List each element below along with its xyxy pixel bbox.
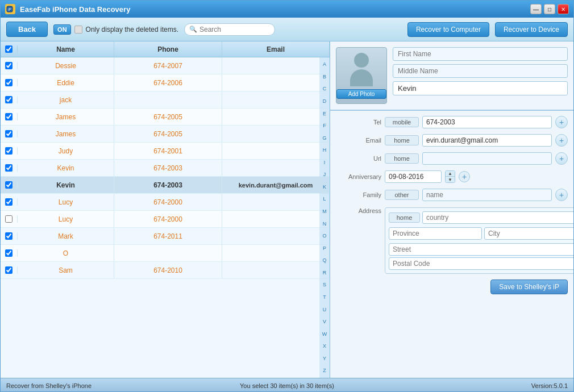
add-photo-button[interactable]: Add Photo xyxy=(336,89,386,99)
row-name: Kevin xyxy=(18,177,114,193)
alpha-letter-l[interactable]: L xyxy=(323,196,326,202)
table-row[interactable]: jack xyxy=(1,91,330,109)
alpha-letter-z[interactable]: Z xyxy=(323,368,326,373)
row-checkbox[interactable] xyxy=(5,266,13,274)
alpha-letter-g[interactable]: G xyxy=(322,135,326,141)
table-row[interactable]: Judy674-2001 xyxy=(1,143,330,160)
email-input[interactable] xyxy=(422,134,552,147)
recover-to-computer-button[interactable]: Recover to Computer xyxy=(407,22,489,37)
alpha-letter-d[interactable]: D xyxy=(323,98,327,104)
row-checkbox[interactable] xyxy=(5,198,13,206)
alpha-letter-a[interactable]: A xyxy=(323,61,326,67)
alpha-letter-r[interactable]: R xyxy=(323,270,327,276)
table-row[interactable]: James674-2005 xyxy=(1,109,330,126)
alpha-letter-j[interactable]: J xyxy=(323,172,326,177)
back-button[interactable]: Back xyxy=(6,22,48,37)
url-input[interactable] xyxy=(422,152,552,165)
table-row[interactable]: Lucy674-2000 xyxy=(1,194,330,211)
alpha-letter-u[interactable]: U xyxy=(323,307,327,312)
alpha-letter-w[interactable]: W xyxy=(322,331,327,337)
alpha-letter-n[interactable]: N xyxy=(323,221,327,227)
contact-fields: Tel mobile + Email home + Url home + xyxy=(330,111,573,206)
toggle-container: ON Only display the deleted items. xyxy=(53,24,178,35)
close-button[interactable]: ✕ xyxy=(558,4,569,14)
header-check[interactable] xyxy=(1,45,18,53)
row-checkbox[interactable] xyxy=(5,181,13,189)
alpha-letter-y[interactable]: Y xyxy=(323,356,326,361)
email-label: Email xyxy=(336,137,381,144)
country-input[interactable] xyxy=(422,211,573,224)
anniversary-add-button[interactable]: + xyxy=(459,171,470,182)
email-type[interactable]: home xyxy=(385,135,419,145)
last-name-input[interactable] xyxy=(393,81,568,95)
street-input[interactable] xyxy=(389,243,573,256)
tel-add-button[interactable]: + xyxy=(555,116,568,128)
row-checkbox[interactable] xyxy=(5,62,13,69)
table-row[interactable]: Dessie674-2007 xyxy=(1,57,330,74)
alpha-letter-c[interactable]: C xyxy=(323,86,327,91)
row-checkbox[interactable] xyxy=(5,215,13,223)
table-row[interactable]: O xyxy=(1,245,330,262)
table-row[interactable]: Mark674-2011 xyxy=(1,228,330,245)
row-checkbox[interactable] xyxy=(5,113,13,120)
tel-input[interactable] xyxy=(422,116,552,128)
table-row[interactable]: Eddie674-2006 xyxy=(1,74,330,91)
alpha-letter-k[interactable]: K xyxy=(323,184,326,190)
family-input[interactable] xyxy=(422,189,552,201)
table-row[interactable]: James674-2005 xyxy=(1,126,330,143)
row-checkbox[interactable] xyxy=(5,79,13,86)
toggle-on-label[interactable]: ON xyxy=(53,24,71,35)
email-add-button[interactable]: + xyxy=(555,134,568,147)
alpha-letter-q[interactable]: Q xyxy=(322,257,326,263)
table-row[interactable]: Kevin674-2003kevin.durant@gmail.com xyxy=(1,177,330,194)
anniversary-input[interactable] xyxy=(385,170,442,183)
alpha-letter-x[interactable]: X xyxy=(323,343,326,349)
alpha-letter-m[interactable]: M xyxy=(322,208,327,214)
maximize-button[interactable]: □ xyxy=(544,4,555,14)
url-type[interactable]: home xyxy=(385,153,419,164)
row-checkbox[interactable] xyxy=(5,164,13,172)
postal-code-input[interactable] xyxy=(389,257,573,270)
family-type[interactable]: other xyxy=(385,190,419,200)
toggle-slider[interactable] xyxy=(74,26,82,34)
row-checkbox[interactable] xyxy=(5,232,13,240)
alpha-letter-b[interactable]: B xyxy=(323,74,326,80)
spin-down[interactable]: ▼ xyxy=(446,177,455,182)
alpha-letter-i[interactable]: I xyxy=(324,160,326,165)
alpha-letter-t[interactable]: T xyxy=(323,294,326,300)
table-row[interactable]: Sam674-2010 xyxy=(1,262,330,279)
province-input[interactable] xyxy=(389,227,482,240)
table-row[interactable]: Lucy674-2000 xyxy=(1,211,330,228)
row-checkbox[interactable] xyxy=(5,130,13,137)
family-add-button[interactable]: + xyxy=(555,189,568,201)
first-name-input[interactable] xyxy=(393,47,568,61)
recover-to-device-button[interactable]: Recover to Device xyxy=(495,22,568,37)
alpha-letter-h[interactable]: H xyxy=(323,147,327,153)
table-row[interactable]: Kevin674-2003 xyxy=(1,160,330,177)
alpha-letter-e[interactable]: E xyxy=(323,111,326,116)
select-all-checkbox[interactable] xyxy=(5,45,13,53)
spin-up[interactable]: ▲ xyxy=(446,171,455,177)
row-check xyxy=(1,181,18,189)
alphabet-sidebar[interactable]: ABCDEFGHIJKLMNOPQRSTUVWXYZ xyxy=(319,57,330,378)
anniversary-spin[interactable]: ▲ ▼ xyxy=(445,170,455,183)
alpha-letter-p[interactable]: P xyxy=(323,245,326,251)
app-title: EaseFab iPhone Data Recovery xyxy=(20,5,526,14)
city-input[interactable] xyxy=(484,227,573,240)
row-checkbox[interactable] xyxy=(5,249,13,257)
minimize-button[interactable]: — xyxy=(530,4,542,14)
middle-name-input[interactable] xyxy=(393,64,568,78)
alpha-letter-o[interactable]: O xyxy=(322,233,326,239)
alpha-letter-f[interactable]: F xyxy=(323,123,326,128)
header-phone: Phone xyxy=(114,41,222,57)
row-checkbox[interactable] xyxy=(5,96,13,103)
search-input[interactable] xyxy=(199,26,268,34)
alpha-letter-s[interactable]: S xyxy=(323,282,326,287)
address-type[interactable]: home xyxy=(389,212,420,223)
row-name: Lucy xyxy=(18,194,114,210)
url-add-button[interactable]: + xyxy=(555,152,568,165)
alpha-letter-v[interactable]: V xyxy=(323,319,326,324)
tel-type[interactable]: mobile xyxy=(385,117,419,127)
save-button[interactable]: Save to Shelley's iP xyxy=(490,280,568,294)
row-checkbox[interactable] xyxy=(5,147,13,155)
